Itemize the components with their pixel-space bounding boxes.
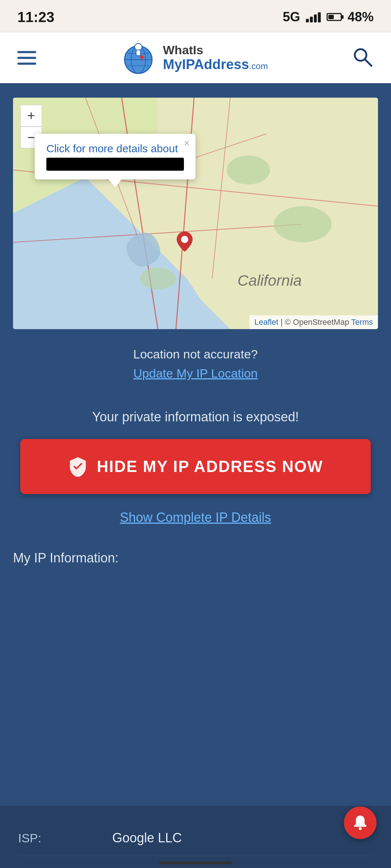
city-value: Mountain View <box>112 866 197 868</box>
svg-point-21 <box>140 268 176 289</box>
battery-percent: 48% <box>348 9 374 25</box>
notification-fab[interactable] <box>344 807 377 839</box>
main-section: California + − × Click for more details … <box>0 83 391 807</box>
show-complete-link[interactable]: Show Complete IP Details <box>120 510 271 525</box>
logo-text: WhatIs MyIPAddress.com <box>163 43 268 72</box>
svg-line-10 <box>365 59 371 66</box>
ip-detail-row-isp: ISP: Google LLC <box>18 820 373 856</box>
svg-text:California: California <box>237 272 302 289</box>
menu-button[interactable] <box>17 51 36 65</box>
update-location-link[interactable]: Update My IP Location <box>13 366 378 380</box>
location-accuracy-section: Location not accurate? Update My IP Loca… <box>13 329 378 391</box>
shield-icon <box>68 456 88 477</box>
triangle-separator <box>167 573 224 598</box>
search-button[interactable] <box>352 46 374 69</box>
map-background: California <box>13 98 378 329</box>
status-bar: 11:23 5G 48% <box>0 0 391 33</box>
header: WhatIs MyIPAddress.com <box>0 33 391 83</box>
signal-icon <box>306 12 321 22</box>
svg-point-19 <box>227 156 270 184</box>
leaflet-link[interactable]: Leaflet <box>255 318 278 327</box>
map-popup: × Click for more details about <box>35 134 196 179</box>
map-popup-text: Click for more details about <box>46 142 184 155</box>
my-ip-info-title: My IP Information: <box>13 550 118 565</box>
logo-myip: MyIPAddress <box>163 57 249 72</box>
home-indicator <box>159 861 232 864</box>
svg-point-20 <box>274 206 332 242</box>
battery-icon <box>327 13 342 21</box>
status-icons: 5G 48% <box>283 9 374 25</box>
logo-com: .com <box>249 61 268 71</box>
city-label: City: <box>18 867 112 868</box>
hide-ip-button-label: HIDE MY IP ADDRESS NOW <box>97 458 323 476</box>
svg-point-24 <box>359 827 362 830</box>
isp-value: Google LLC <box>112 830 182 846</box>
svg-point-7 <box>140 55 144 59</box>
bell-icon <box>351 814 369 832</box>
private-info-section: Your private information is exposed! <box>13 391 378 439</box>
hide-ip-button[interactable]: HIDE MY IP ADDRESS NOW <box>20 439 371 494</box>
svg-rect-6 <box>136 50 140 56</box>
show-complete-section: Show Complete IP Details <box>13 494 378 543</box>
map-location-pin <box>177 231 193 253</box>
status-time: 11:23 <box>17 9 54 25</box>
map-popup-redacted <box>46 158 184 171</box>
triangle-separator-container <box>13 566 378 598</box>
logo-whatis: WhatIs <box>163 43 268 57</box>
map-popup-close[interactable]: × <box>184 137 190 149</box>
osm-attribution: | © OpenStreetMap <box>281 318 349 327</box>
map-attribution: Leaflet | © OpenStreetMap Terms <box>249 315 378 329</box>
map-zoom-in[interactable]: + <box>20 105 42 127</box>
isp-label: ISP: <box>18 831 112 845</box>
network-label: 5G <box>283 9 300 25</box>
svg-point-23 <box>181 236 188 243</box>
location-not-accurate-text: Location not accurate? <box>13 347 378 361</box>
private-info-text: Your private information is exposed! <box>13 409 378 425</box>
logo-globe-icon <box>120 40 156 76</box>
map-container[interactable]: California + − × Click for more details … <box>13 98 378 329</box>
my-ip-info-header: My IP Information: <box>13 543 378 566</box>
ip-details-table: ISP: Google LLC City: Mountain View Regi… <box>0 806 391 868</box>
site-logo[interactable]: WhatIs MyIPAddress.com <box>120 40 268 76</box>
osm-terms-link[interactable]: Terms <box>351 318 373 327</box>
